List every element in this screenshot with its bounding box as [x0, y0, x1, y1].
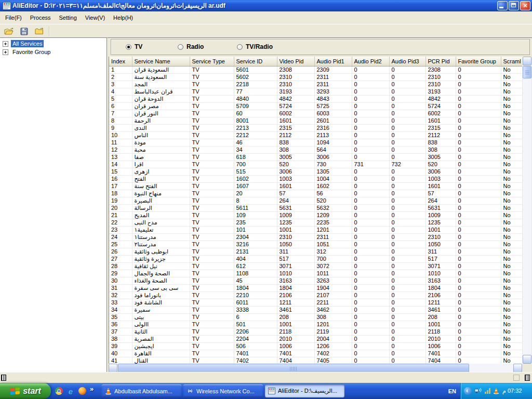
table-row[interactable]: 21المديحTV109100912090010090No [109, 211, 522, 219]
table-row[interactable]: 31سى بى سى سفرةTV1804180419040018040No [109, 284, 522, 291]
tray-wireless-icon[interactable] [474, 388, 482, 394]
expand-plus-icon[interactable] [3, 41, 8, 47]
table-row[interactable]: 41القنالTV7402740474050074040No [109, 357, 522, 364]
open-folder-button[interactable] [33, 25, 45, 37]
table-row[interactable]: 8الرحمةTV8001160126010016010No [109, 117, 522, 124]
table-row[interactable]: 13صفاTV618300530060030050No [109, 153, 522, 161]
sidebar-item-all-services[interactable]: All Services [0, 39, 107, 48]
table-row[interactable]: 23تعليمية١TV101100112010010010No [109, 226, 522, 233]
table-cell: 0 [456, 284, 501, 291]
chrome-icon[interactable] [55, 387, 63, 395]
column-header-audio_pid2[interactable]: Audio Pid2 [352, 57, 389, 66]
table-row[interactable]: 17الفتح سنةTV1607160116020016010No [109, 182, 522, 190]
radio-tv-radio[interactable]: TV/Radio [237, 43, 273, 50]
scroll-up-button[interactable] [523, 57, 531, 65]
table-row[interactable]: 16الفتحTV1602100310040010030No [109, 175, 522, 182]
table-row[interactable]: 4قران عبدالباسطTV77319332930031930No [109, 88, 522, 95]
table-row[interactable]: 35بيتىTV6208308002080No [109, 313, 522, 321]
column-header-audio_pid1[interactable]: Audio Pid1 [314, 57, 352, 66]
table-row[interactable]: 2السعودية سنةTV5602231023110023100No [109, 73, 522, 81]
radio-button-icon[interactable] [126, 44, 131, 50]
table-row[interactable]: 37الثانيةTV2206211821190021180No [109, 328, 522, 335]
hide-icons-chevron[interactable] [464, 387, 472, 395]
table-row[interactable]: 28نيل ثقافيةTV612307130720030710No [109, 262, 522, 270]
table-row[interactable]: 3المجدTV2218231023110023100No [109, 81, 522, 88]
table-row[interactable]: 33الشاشة فودTV6011121122110012110No [109, 299, 522, 306]
scroll-right-button[interactable] [513, 364, 522, 373]
task-button-alieditor[interactable]: AliEditor - D:\الريسيف... [265, 384, 344, 397]
radio-button-icon[interactable] [178, 44, 183, 50]
scroll-left-button[interactable] [109, 364, 117, 373]
internet-explorer-icon[interactable] [66, 387, 75, 395]
table-row[interactable]: 12محبةTV34308564003080No [109, 146, 522, 153]
table-row[interactable]: 26ابوظبى وثائقيةTV2131311312003110No [109, 248, 522, 255]
tree-item-label[interactable]: All Services [11, 40, 44, 47]
table-row[interactable]: 19البصيرةTV8264520002640No [109, 197, 522, 204]
column-header-pcr_pid[interactable]: PCR Pid [425, 57, 456, 66]
table-row[interactable]: 39ايجبشينTV506100612060010060No [109, 342, 522, 350]
menu-view[interactable]: View(V) [81, 13, 109, 22]
column-header-service_name[interactable]: Service Name [132, 57, 190, 66]
table-row[interactable]: 9الندىTV2213231523160023150No [109, 124, 522, 131]
table-row[interactable]: 30الصحة والغذاءTV45316332630031630No [109, 277, 522, 284]
table-row[interactable]: 11مودةTV468381094008380No [109, 139, 522, 146]
table-row[interactable]: 24مدرستنا١TV2304231023110023100No [109, 233, 522, 241]
horizontal-scroll-thumb[interactable] [118, 364, 469, 373]
task-button-wireless[interactable]: Wireless Network Co... [183, 384, 263, 397]
menu-setting[interactable]: Setting [55, 13, 81, 22]
column-header-service_type[interactable]: Service Type [190, 57, 234, 66]
signal-strength-icon[interactable] [485, 388, 490, 394]
column-header-audio_pid3[interactable]: Audio Pid3 [389, 57, 425, 66]
task-button-vlc[interactable]: Abdulbasit Abdulsam... [102, 384, 181, 397]
table-row[interactable]: 22مدح النبىTV235123522350012350No [109, 219, 522, 226]
radio-radio[interactable]: Radio [178, 43, 204, 50]
minimize-button[interactable] [497, 1, 508, 10]
column-header-scrambled[interactable]: Scraml [501, 57, 522, 66]
firefox-icon[interactable] [78, 387, 86, 395]
table-row[interactable]: 18منهاج النبوةTV20575600570No [109, 190, 522, 197]
menu-file[interactable]: File(F) [1, 13, 26, 22]
start-button[interactable]: start [0, 383, 51, 399]
table-row[interactable]: 5الدوحة قرانTV4840484248430048420No [109, 95, 522, 102]
horizontal-scrollbar[interactable] [109, 364, 522, 373]
tray-vlc-icon[interactable] [493, 388, 499, 394]
expand-plus-icon[interactable] [3, 49, 8, 55]
column-header-service_id[interactable]: Service ID [234, 57, 277, 66]
table-row[interactable]: 10الناسTV2212211221130021120No [109, 131, 522, 139]
table-row[interactable]: 20الرسالةTV5611563156320056310No [109, 204, 522, 211]
table-row[interactable]: 40القاهرةTV7401740174020074010No [109, 350, 522, 357]
radio-button-icon[interactable] [237, 44, 243, 50]
table-row[interactable]: 36االولىTV501100112010010010No [109, 321, 522, 328]
quick-launch-overflow-chevron[interactable]: » [90, 385, 94, 393]
table-cell: No [501, 88, 522, 95]
table-row[interactable]: 1السعودية قرانTV5601230823090023080No [109, 66, 522, 73]
table-row[interactable]: 27جزيرة وثائقيةTV404517700005170No [109, 255, 522, 262]
table-cell: TV [190, 88, 234, 95]
table-row[interactable]: 15ازهرىTV515300613050030060No [109, 168, 522, 175]
close-button[interactable]: × [520, 1, 530, 10]
vertical-scroll-thumb[interactable] [523, 66, 531, 78]
column-header-video_pid[interactable]: Video Pid [277, 57, 314, 66]
table-row[interactable]: 32بانوراما فودTV2210210621070021060No [109, 291, 522, 299]
radio-tv[interactable]: TV [126, 43, 142, 50]
table-row[interactable]: 25مدرستنا٢TV3216105010510010500No [109, 241, 522, 248]
restore-button[interactable] [509, 1, 519, 10]
vertical-scrollbar[interactable] [523, 57, 531, 364]
tree-item-label[interactable]: Favorite Group [11, 48, 52, 56]
sidebar-item-favorite-group[interactable]: Favorite Group [0, 48, 107, 56]
table-row[interactable]: 29الصحة والجمالTV1108101010110010100No [109, 270, 522, 277]
table-cell: 0 [389, 262, 425, 270]
open-file-button[interactable] [3, 25, 15, 37]
column-header-index[interactable]: Index [109, 57, 132, 66]
language-indicator[interactable]: EN [448, 383, 456, 399]
menu-help[interactable]: Help(H) [109, 13, 137, 22]
table-row[interactable]: 34سميرةTV3338346134620034610No [109, 306, 522, 313]
menu-process[interactable]: Process [26, 13, 55, 22]
table-row[interactable]: 14اقراTV7005207307317325200No [109, 161, 522, 168]
table-row[interactable]: 6مصر قرانTV5709572457250057240No [109, 102, 522, 110]
scroll-down-button[interactable] [523, 355, 531, 364]
save-button[interactable] [18, 25, 30, 37]
column-header-favorite_group[interactable]: Favorite Group [456, 57, 501, 66]
table-row[interactable]: 7النور قرانTV60600260030060020No [109, 110, 522, 117]
table-row[interactable]: 38المصريةTV2204201020040020100No [109, 335, 522, 342]
